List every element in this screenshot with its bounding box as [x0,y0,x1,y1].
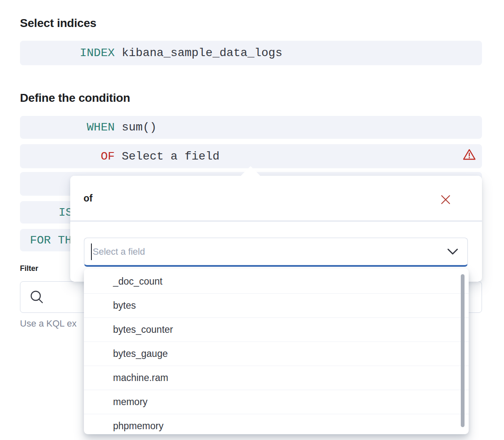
field-option[interactable]: memory [84,390,469,414]
filter-label: Filter [20,264,38,273]
alert-condition-screen: Select indices INDEX kibana_sample_data_… [0,0,504,440]
field-option[interactable]: bytes_gauge [84,342,469,366]
for-keyword-fragment: FOR TH [30,234,72,247]
field-option[interactable]: bytes_counter [84,317,469,342]
index-expression-button[interactable]: INDEX kibana_sample_data_logs [20,41,482,65]
when-expression-button[interactable]: WHEN sum() [20,116,482,139]
popover-title: of [84,193,93,204]
field-combobox-input[interactable] [84,238,467,265]
combobox-toggle-button[interactable] [447,248,458,255]
of-field-popover: of [70,176,482,282]
of-value: Select a field [122,150,219,163]
kql-hint-text: Use a KQL ex [20,318,76,329]
warning-triangle-icon [462,148,476,164]
index-keyword: INDEX [20,47,115,59]
close-icon [441,195,450,204]
define-condition-heading: Define the condition [20,91,130,105]
chevron-down-icon [447,248,458,255]
when-keyword: WHEN [20,121,115,134]
field-option[interactable]: phpmemory [84,414,469,434]
close-popover-button[interactable] [436,190,455,209]
popover-header: of [70,176,482,221]
field-option[interactable]: bytes [84,293,469,317]
of-keyword: OF [20,150,115,163]
index-value: kibana_sample_data_logs [122,47,282,59]
search-icon [30,290,44,304]
text-cursor [91,243,92,260]
when-value: sum() [122,121,157,134]
field-option[interactable]: _doc_count [84,269,469,293]
field-options-listbox: _doc_count bytes bytes_counter bytes_gau… [84,268,469,434]
of-expression-button[interactable]: OF Select a field [20,144,482,168]
field-combobox[interactable] [84,238,468,267]
listbox-scrollbar[interactable] [461,274,465,427]
field-option[interactable]: machine.ram [84,366,469,390]
select-indices-heading: Select indices [20,17,96,30]
